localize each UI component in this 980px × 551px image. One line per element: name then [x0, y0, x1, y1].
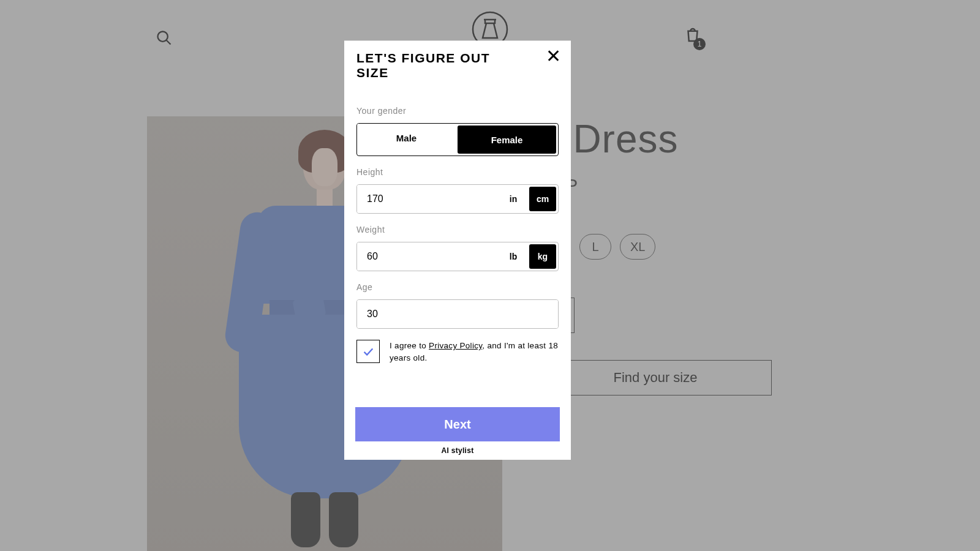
age-input-row: [356, 299, 559, 329]
height-unit-cm[interactable]: cm: [529, 187, 556, 211]
weight-input-row: lb kg: [356, 242, 559, 271]
weight-label: Weight: [356, 225, 559, 234]
gender-female-button[interactable]: Female: [458, 126, 556, 154]
gender-toggle: Male Female: [356, 123, 559, 156]
weight-unit-kg[interactable]: kg: [529, 244, 556, 269]
weight-unit-lb[interactable]: lb: [499, 242, 527, 271]
next-button[interactable]: Next: [355, 407, 560, 441]
privacy-policy-link[interactable]: Privacy Policy: [429, 341, 482, 350]
height-input-row: in cm: [356, 184, 559, 214]
age-input[interactable]: [357, 300, 558, 328]
modal-title: LET'S FIGURE OUT SIZE: [356, 51, 516, 80]
weight-input[interactable]: [357, 242, 499, 271]
height-input[interactable]: [357, 185, 499, 213]
modal-scroll-area[interactable]: Your gender Male Female Height in cm Wei…: [344, 88, 571, 399]
gender-label: Your gender: [356, 106, 559, 116]
modal-footer-brand: AI stylist: [355, 446, 560, 455]
consent-text: I agree to Privacy Policy, and I'm at le…: [390, 340, 559, 364]
gender-male-button[interactable]: Male: [357, 124, 456, 152]
height-label: Height: [356, 167, 559, 177]
age-label: Age: [356, 282, 559, 292]
size-finder-modal: LET'S FIGURE OUT SIZE ✕ Your gender Male…: [344, 40, 571, 460]
consent-checkbox[interactable]: [356, 340, 380, 363]
close-icon[interactable]: ✕: [544, 47, 562, 66]
height-unit-in[interactable]: in: [499, 185, 527, 213]
consent-text-before: I agree to: [390, 341, 429, 350]
